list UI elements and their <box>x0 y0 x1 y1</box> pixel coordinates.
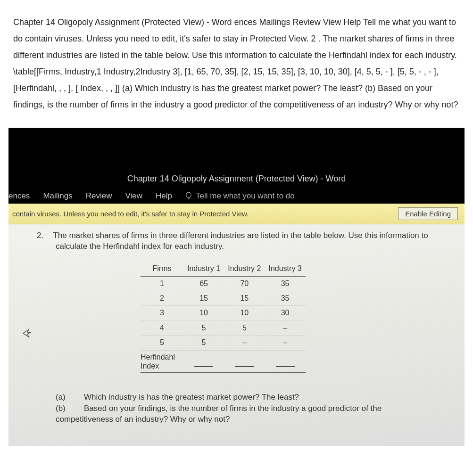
tell-me-search[interactable]: Tell me what you want to do <box>185 191 295 201</box>
tab-view[interactable]: View <box>125 191 142 201</box>
document-page: 2. The market shares of firms in three d… <box>8 224 465 446</box>
table-body: 1 65 70 35 2 15 15 35 3 <box>141 276 306 372</box>
screenshot-frame: Chapter 14 Oligopoly Assignment (Protect… <box>8 128 465 446</box>
sub-a-label: (a) <box>56 392 70 403</box>
ribbon-tabs: ences Mailings Review View Help Tell me … <box>8 189 465 204</box>
question-number: 2. <box>37 230 51 241</box>
table-row: 1 65 70 35 <box>141 276 306 291</box>
sub-questions: (a) Which industry is has the greatest m… <box>56 392 432 425</box>
col-industry-1: Industry 1 <box>183 262 224 276</box>
blank-industry-1 <box>194 358 213 367</box>
herfindahl-row: Herfindahl Index <box>141 350 306 372</box>
question-prompt: Chapter 14 Oligopoly Assignment (Protect… <box>0 0 473 123</box>
blank-industry-3 <box>276 358 295 367</box>
tab-review[interactable]: Review <box>86 191 112 201</box>
col-industry-2: Industry 2 <box>224 262 265 276</box>
tab-references-partial[interactable]: ences <box>8 191 30 201</box>
lightbulb-icon <box>185 192 192 200</box>
tell-me-label: Tell me what you want to do <box>196 191 295 201</box>
market-share-table: Firms Industry 1 Industry 2 Industry 3 1… <box>141 262 432 373</box>
sub-b-label: (b) <box>56 403 70 414</box>
window-title: Chapter 14 Oligopoly Assignment (Protect… <box>8 170 465 189</box>
sub-a-text: Which industry is has the greatest marke… <box>84 392 432 403</box>
tab-help[interactable]: Help <box>156 191 172 201</box>
question-intro: The market shares of firms in three diff… <box>53 231 428 251</box>
table-row: 3 10 10 30 <box>141 306 306 320</box>
col-firms: Firms <box>141 262 183 276</box>
enable-editing-button[interactable]: Enable Editing <box>398 207 458 220</box>
table-row: 4 5 5 – <box>141 320 306 335</box>
sub-b-continuation: competitiveness of an industry? Why or w… <box>56 414 432 425</box>
protected-view-bar: contain viruses. Unless you need to edit… <box>8 204 465 224</box>
table-row: 5 5 – – <box>141 336 306 350</box>
sub-b-text: Based on your findings, is the number of… <box>84 403 432 414</box>
col-industry-3: Industry 3 <box>265 262 305 276</box>
protected-message: contain viruses. Unless you need to edit… <box>12 210 389 218</box>
blank-industry-2 <box>235 358 254 367</box>
tab-mailings[interactable]: Mailings <box>43 191 72 201</box>
table-row: 2 15 15 35 <box>141 291 306 305</box>
cursor-arrow-icon <box>22 328 32 341</box>
